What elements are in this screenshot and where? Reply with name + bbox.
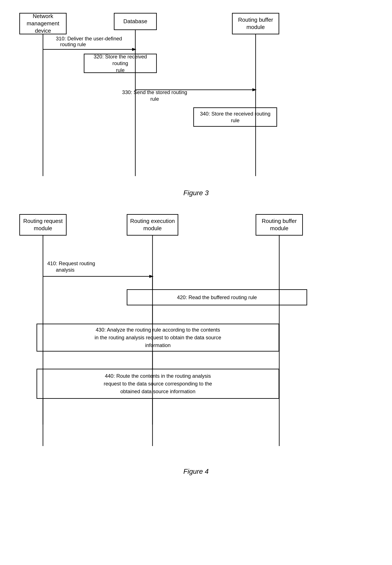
svg-text:routing rule: routing rule bbox=[60, 41, 86, 47]
fig4-label: Figure 4 bbox=[13, 468, 379, 475]
svg-marker-15 bbox=[149, 275, 154, 278]
svg-marker-8 bbox=[252, 88, 257, 91]
svg-text:410: Request routing: 410: Request routing bbox=[47, 261, 95, 266]
fig3-label: Figure 3 bbox=[13, 189, 379, 197]
fig4-arrows: 410: Request routing analysis bbox=[13, 210, 379, 463]
svg-marker-6 bbox=[132, 48, 136, 51]
svg-text:310: Deliver the user-defined: 310: Deliver the user-defined bbox=[56, 36, 122, 41]
figure3-diagram: Network management device Database Routi… bbox=[13, 9, 379, 185]
figure4-diagram: Routing requestmodule Routing executionm… bbox=[13, 210, 379, 463]
svg-text:analysis: analysis bbox=[56, 267, 74, 273]
fig3-arrows: 310: Deliver the user-defined routing ru… bbox=[13, 9, 379, 185]
